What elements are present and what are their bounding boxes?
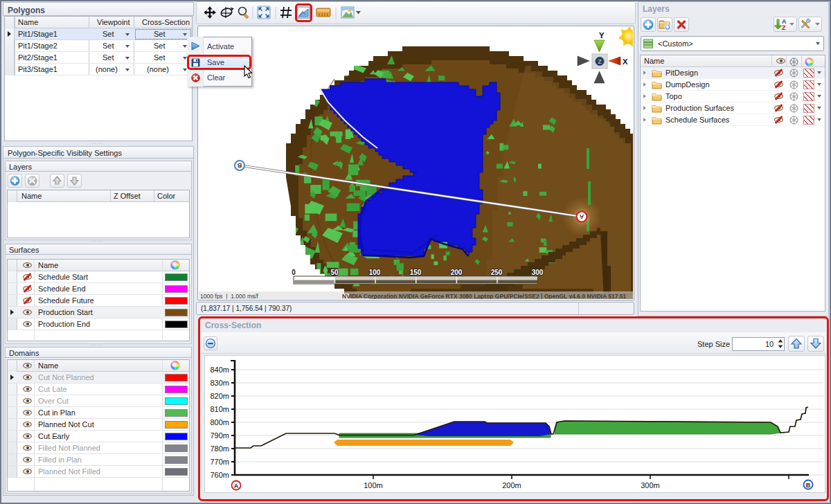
- svg-text:Z: Z: [598, 58, 602, 65]
- svg-text:100: 100: [369, 269, 381, 276]
- svg-text:150: 150: [410, 269, 422, 276]
- svg-text:Z: Z: [782, 24, 786, 31]
- svg-text:250: 250: [491, 269, 503, 276]
- svg-text:300: 300: [532, 269, 544, 276]
- svg-text:800m: 800m: [210, 418, 229, 426]
- svg-text:A: A: [234, 483, 239, 489]
- svg-text:B: B: [806, 482, 811, 489]
- svg-text:50: 50: [330, 269, 339, 276]
- svg-text:0: 0: [292, 269, 296, 276]
- svg-text:810m: 810m: [210, 405, 229, 413]
- svg-text:760m: 760m: [210, 471, 229, 479]
- svg-text:200: 200: [451, 269, 463, 276]
- svg-text:300m: 300m: [641, 481, 660, 489]
- svg-text:X: X: [623, 57, 628, 66]
- svg-text:830m: 830m: [210, 379, 229, 387]
- svg-text:Y: Y: [599, 31, 605, 39]
- svg-text:100m: 100m: [364, 481, 383, 489]
- svg-text:820m: 820m: [210, 392, 229, 400]
- svg-text:780m: 780m: [210, 444, 229, 453]
- svg-text:840m: 840m: [210, 366, 229, 374]
- svg-text:770m: 770m: [210, 458, 229, 466]
- svg-text:B: B: [237, 162, 242, 169]
- svg-text:A: A: [579, 213, 584, 220]
- svg-text:200m: 200m: [502, 481, 521, 489]
- svg-text:790m: 790m: [210, 431, 229, 440]
